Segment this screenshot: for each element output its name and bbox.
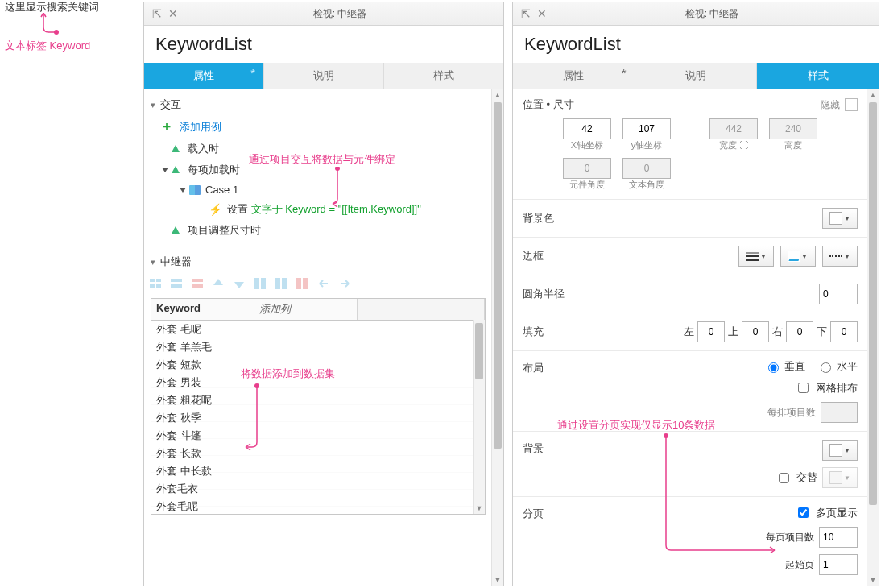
table-body: 外套 毛呢外套 羊羔毛外套 短款外套 男装外套 粗花呢外套 秋季外套 斗篷外套 … (151, 321, 485, 514)
tab-label: 属性 (563, 69, 584, 81)
scrollbar-thumb[interactable] (494, 102, 502, 449)
bgcolor-picker[interactable]: ▼ (822, 208, 858, 229)
pad-right-input[interactable] (786, 321, 813, 342)
tab-style[interactable]: 样式 (757, 63, 879, 89)
toolbar-icon[interactable] (296, 277, 310, 292)
table-row[interactable]: 外套毛衣 (151, 480, 485, 498)
event-onload[interactable]: 载入时 (157, 139, 492, 159)
table-row[interactable]: 外套毛呢 (151, 498, 485, 514)
scrollbar-thumb[interactable] (475, 323, 483, 379)
scroll-up-icon[interactable]: ▲ (867, 89, 879, 101)
event-onresize[interactable]: 项目调整尺寸时 (157, 220, 492, 241)
start-page-input[interactable] (819, 554, 858, 575)
toolbar-icon[interactable] (275, 277, 289, 292)
column-header-keyword[interactable]: Keyword (151, 299, 254, 320)
svg-rect-2 (156, 279, 161, 282)
scroll-down-icon[interactable]: ▼ (867, 574, 879, 586)
svg-rect-13 (296, 278, 301, 289)
pad-left-input[interactable] (697, 321, 725, 342)
case-name: Case 1 (205, 184, 238, 196)
pad-top-input[interactable] (742, 321, 769, 342)
event-onitemload[interactable]: 每项加载时 (157, 159, 492, 180)
panel-scrollbar[interactable]: ▲ ▼ (491, 89, 503, 586)
section-header[interactable]: ▾ 交互 (144, 94, 492, 115)
pad-bottom-label: 下 (817, 325, 827, 339)
tab-row: 属性 * 说明 样式 (513, 63, 879, 89)
pad-bottom-input[interactable] (830, 321, 858, 342)
widget-name: KeywordList (513, 26, 879, 63)
tab-properties[interactable]: 属性 * (144, 63, 264, 89)
bg-alt-color-picker[interactable]: ▼ (822, 467, 858, 488)
popout-icon[interactable]: ⇱ (151, 7, 163, 20)
items-per-row-label: 每排项目数 (767, 406, 816, 420)
layout-label: 布局 (523, 359, 595, 375)
toolbar-icon[interactable] (254, 277, 268, 292)
table-row[interactable]: 外套 中长款 (151, 462, 485, 480)
y-input[interactable] (622, 118, 671, 139)
table-row[interactable]: 外套 粗花呢 (151, 391, 485, 409)
toolbar-icon[interactable] (149, 277, 163, 292)
table-row[interactable]: 外套 毛呢 (151, 321, 485, 338)
bg-color-picker[interactable]: ▼ (822, 440, 858, 461)
add-case-row[interactable]: ＋ 添加用例 (157, 115, 492, 139)
close-icon[interactable]: ✕ (536, 7, 548, 20)
layout-vertical-radio[interactable]: 垂直 (764, 359, 805, 374)
scroll-up-icon[interactable]: ▲ (492, 89, 503, 101)
scroll-down-icon[interactable]: ▼ (492, 574, 503, 586)
up-icon[interactable] (212, 277, 226, 292)
hidden-checkbox[interactable] (845, 98, 858, 111)
toolbar-icon[interactable] (170, 277, 184, 292)
right-icon[interactable] (337, 277, 352, 292)
data-table-scrollbar[interactable]: ▲ ▼ (473, 320, 485, 514)
border-color-picker[interactable]: ▼ (780, 246, 816, 267)
cell-keyword: 外套毛呢 (151, 498, 485, 514)
x-input[interactable] (563, 118, 611, 139)
cell-keyword: 外套 男装 (151, 374, 485, 391)
section-header[interactable]: ▾ 中继器 (144, 251, 492, 272)
width-label: 宽度 ⛶ (719, 139, 748, 151)
multi-page-checkbox[interactable]: 多页显示 (795, 505, 858, 520)
case-row[interactable]: Case 1 (157, 180, 492, 199)
border-style-picker[interactable]: ▼ (822, 246, 858, 267)
bg-alt-checkbox[interactable]: 交替 (776, 470, 817, 486)
row-border: 边框 ▼ ▼ ▼ (513, 238, 867, 275)
add-case-link[interactable]: 添加用例 (180, 120, 221, 135)
pad-right-label: 右 (772, 325, 783, 339)
chevron-down-icon: ▾ (151, 100, 155, 110)
border-width-picker[interactable]: ▼ (738, 246, 774, 267)
left-icon[interactable] (316, 277, 331, 292)
layout-wrap-checkbox[interactable]: 网格排布 (795, 380, 858, 395)
tab-style[interactable]: 样式 (384, 63, 503, 89)
background-label: 背景 (523, 440, 595, 456)
dirty-indicator-icon: * (622, 66, 627, 80)
close-icon[interactable]: ✕ (167, 7, 180, 20)
scroll-down-icon[interactable]: ▼ (474, 503, 485, 514)
pagination-label: 分页 (523, 505, 595, 521)
svg-rect-11 (275, 278, 280, 289)
tab-properties[interactable]: 属性 * (513, 63, 635, 89)
table-row[interactable]: 外套 斗篷 (151, 427, 485, 445)
svg-rect-12 (282, 278, 287, 289)
items-per-page-input[interactable] (819, 527, 858, 548)
radius-input[interactable] (819, 284, 858, 304)
row-bgcolor: 背景色 ▼ (513, 200, 867, 238)
toolbar-icon[interactable] (191, 277, 205, 292)
panel-scrollbar[interactable]: ▲ ▼ (867, 89, 879, 586)
popout-icon[interactable]: ⇱ (519, 7, 532, 20)
tab-notes[interactable]: 说明 (635, 63, 758, 89)
widget-name: KeywordList (144, 26, 503, 63)
table-row[interactable]: 外套 长款 (151, 445, 485, 462)
start-page-label: 起始页 (785, 558, 814, 572)
table-row[interactable]: 外套 秋季 (151, 409, 485, 427)
column-header-add[interactable]: 添加列 (254, 299, 358, 320)
height-input (769, 118, 817, 139)
layout-horizontal-radio[interactable]: 水平 (817, 359, 858, 374)
table-row[interactable]: 外套 短款 (151, 356, 485, 374)
down-icon[interactable] (233, 277, 247, 292)
table-row[interactable]: 外套 男装 (151, 374, 485, 391)
action-row[interactable]: ⚡ 设置 文字于 Keyword = "[[Item.Keyword]]" (157, 199, 492, 220)
table-row[interactable]: 外套 羊羔毛 (151, 338, 485, 356)
tab-notes[interactable]: 说明 (264, 63, 384, 89)
panel-title: 检视: 中继器 (552, 7, 872, 21)
scrollbar-thumb[interactable] (869, 102, 877, 505)
